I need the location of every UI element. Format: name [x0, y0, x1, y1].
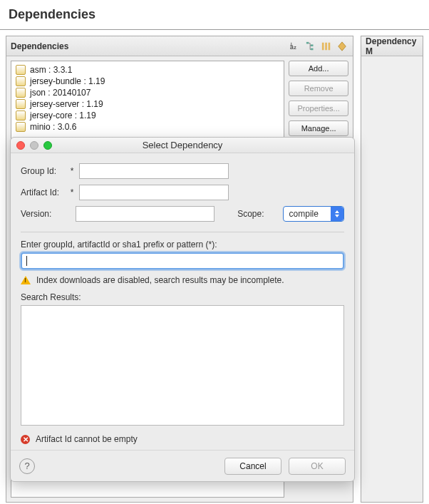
help-icon[interactable]: ?	[19, 458, 35, 474]
select-dependency-dialog: Select Dependency Group Id: * Artifact I…	[10, 137, 355, 482]
cancel-button[interactable]: Cancel	[224, 458, 281, 475]
list-item[interactable]: asm : 3.3.1	[14, 64, 281, 76]
properties-button: Properties...	[289, 101, 348, 116]
remove-button: Remove	[289, 81, 348, 96]
artifact-id-label: Artifact Id:	[21, 187, 65, 197]
jar-icon	[16, 65, 26, 75]
scope-label: Scope:	[237, 209, 278, 219]
text-cursor	[26, 256, 27, 266]
svg-rect-2	[306, 41, 309, 43]
error-text: Artifact Id cannot be empty	[36, 434, 138, 444]
close-icon[interactable]	[16, 141, 25, 150]
dialog-title: Select Dependency	[11, 140, 354, 150]
group-id-field[interactable]	[79, 163, 229, 179]
list-item[interactable]: minio : 3.0.6	[14, 121, 281, 133]
list-item[interactable]: jersey-core : 1.19	[14, 110, 281, 121]
error-icon: ✕	[21, 435, 30, 444]
list-item-label: jersey-bundle : 1.19	[30, 76, 105, 86]
maximize-icon[interactable]	[43, 141, 52, 150]
chevron-updown-icon	[331, 207, 343, 221]
list-item-label: minio : 3.0.6	[30, 122, 76, 132]
jar-icon	[16, 76, 26, 86]
dialog-titlebar: Select Dependency	[11, 138, 354, 153]
page-title: Dependencies	[0, 0, 429, 30]
search-results[interactable]	[21, 305, 344, 426]
svg-text:a: a	[290, 43, 294, 50]
list-item[interactable]: json : 20140107	[14, 87, 281, 98]
list-item-label: json : 20140107	[30, 88, 91, 98]
target-icon[interactable]	[336, 40, 348, 53]
artifact-id-field[interactable]	[79, 185, 229, 200]
group-id-label: Group Id:	[21, 166, 65, 176]
svg-rect-4	[311, 48, 314, 50]
scope-select[interactable]: compile	[283, 206, 344, 222]
results-label: Search Results:	[21, 292, 344, 302]
list-item-label: jersey-core : 1.19	[30, 110, 96, 120]
list-item-label: jersey-server : 1.19	[30, 99, 103, 109]
search-input[interactable]	[21, 252, 344, 269]
dependency-management-title: Dependency M	[366, 36, 418, 56]
svg-rect-6	[325, 42, 327, 50]
jar-icon	[16, 88, 26, 98]
warning-text: Index downloads are disabled, search res…	[36, 275, 284, 285]
divider	[21, 232, 344, 232]
ok-button: OK	[289, 458, 346, 475]
dependency-management-panel: Dependency M	[361, 36, 423, 503]
list-item[interactable]: jersey-server : 1.19	[14, 98, 281, 110]
svg-rect-3	[311, 44, 314, 46]
scope-value: compile	[289, 209, 319, 219]
svg-rect-7	[329, 42, 331, 50]
jar-icon	[16, 110, 26, 120]
tree-icon[interactable]	[304, 40, 317, 53]
dependencies-panel-title: Dependencies	[11, 41, 68, 51]
required-mark: *	[69, 166, 75, 176]
warning-icon	[21, 276, 31, 284]
version-label: Version:	[21, 209, 61, 219]
minimize-icon	[30, 141, 38, 150]
filter-icon[interactable]	[320, 40, 333, 53]
version-field[interactable]	[76, 206, 214, 222]
svg-rect-5	[322, 42, 324, 50]
manage-button[interactable]: Manage...	[289, 120, 348, 136]
required-mark: *	[69, 187, 75, 197]
sort-icon[interactable]: az	[289, 40, 301, 53]
list-item-label: asm : 3.3.1	[30, 65, 72, 75]
search-label: Enter groupId, artifactId or sha1 prefix…	[21, 240, 344, 250]
add-button[interactable]: Add...	[289, 61, 348, 76]
jar-icon	[16, 99, 26, 109]
svg-text:z: z	[294, 44, 296, 49]
jar-icon	[16, 122, 26, 132]
list-item[interactable]: jersey-bundle : 1.19	[14, 76, 281, 87]
